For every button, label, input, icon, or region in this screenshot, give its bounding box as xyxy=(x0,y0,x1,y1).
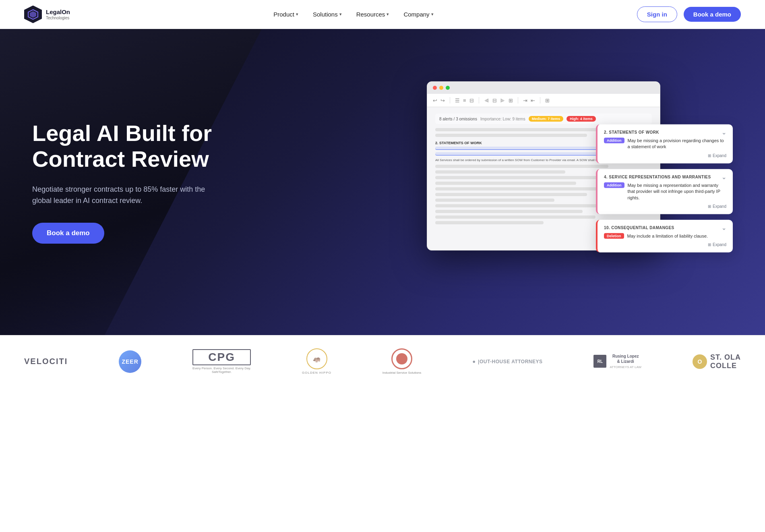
hero-content: Legal AI Built for Contract Review Negot… xyxy=(0,120,225,244)
book-demo-button-hero[interactable]: Book a demo xyxy=(32,223,104,244)
rusing-block: RL Rusing Lopez& LizardiATTORNEYS AT LAW xyxy=(593,354,641,369)
book-demo-button-nav[interactable]: Book a demo xyxy=(684,7,741,22)
mock-line xyxy=(435,182,576,185)
expand-button-2[interactable]: ⊞ Expand xyxy=(708,204,726,209)
card-text-1: May be missing a provision regarding cha… xyxy=(628,138,727,150)
logo-cpg: CPG Every Person. Every Second. Every Da… xyxy=(192,349,251,374)
medium-badge: Medium: 7 items xyxy=(529,116,564,122)
card-body-1: Addition May be missing a provision rega… xyxy=(604,138,726,150)
addition-badge-2: Addition xyxy=(604,182,624,188)
mock-line xyxy=(435,193,587,196)
chevron-icon[interactable]: ⌄ xyxy=(722,225,726,231)
cpg-text: CPG xyxy=(192,349,251,365)
logo-rusing: RL Rusing Lopez& LizardiATTORNEYS AT LAW xyxy=(593,354,641,369)
nav-solutions[interactable]: Solutions ▾ xyxy=(313,11,342,18)
high-badge: High: 4 items xyxy=(567,116,596,122)
logos-strip: VELOCITI ZEER CPG Every Person. Every Se… xyxy=(0,335,765,387)
cpg-block: CPG Every Person. Every Second. Every Da… xyxy=(192,349,251,374)
mock-line xyxy=(435,221,544,224)
format-icon-3[interactable]: ⊟ xyxy=(469,97,474,104)
card-footer-2: ⊞ Expand xyxy=(604,204,726,209)
golden-hippo-block: 🦛 GOLDEN HIPPO xyxy=(302,348,331,375)
align-center-icon[interactable]: ⊟ xyxy=(492,97,497,104)
navbar-actions: Sign in Book a demo xyxy=(637,6,741,22)
chevron-icon[interactable]: ⌄ xyxy=(722,174,726,180)
card-body-3: Deletion May include a limitation of lia… xyxy=(604,233,726,239)
format-icon-2[interactable]: ≡ xyxy=(463,97,466,104)
align-left-icon[interactable]: ⫷ xyxy=(484,97,489,104)
hippo-icon: 🦛 xyxy=(313,355,321,363)
close-dot xyxy=(433,86,437,90)
align-justify-icon[interactable]: ⊞ xyxy=(509,97,513,104)
outhouse-separator: ● xyxy=(472,358,476,364)
expand-icon: ⊞ xyxy=(708,242,711,247)
toolbar-divider-3 xyxy=(518,97,518,104)
rusing-initials: RL xyxy=(598,359,603,364)
logo-icon xyxy=(24,6,42,23)
signin-button[interactable]: Sign in xyxy=(637,6,677,22)
logo-st-olaf: O ST. OLACOLLE xyxy=(693,353,741,370)
titlebar xyxy=(427,82,660,94)
iss-text: Industrial Service Solutions xyxy=(382,371,422,375)
outdent-icon[interactable]: ⇤ xyxy=(531,97,535,104)
minimize-dot xyxy=(439,86,443,90)
logo-text: LegalOn Technologies xyxy=(46,8,70,20)
mock-line xyxy=(435,165,608,168)
addition-badge-1: Addition xyxy=(604,138,624,143)
format-icon-1[interactable]: ☰ xyxy=(455,97,460,104)
chevron-icon[interactable]: ⌄ xyxy=(722,129,726,136)
rusing-text: Rusing Lopez& LizardiATTORNEYS AT LAW xyxy=(610,354,641,369)
highlighted-line xyxy=(435,152,619,155)
toolbar-divider-4 xyxy=(540,97,540,104)
nav-company[interactable]: Company ▾ xyxy=(403,11,433,18)
card-section-title-1: 2. STATEMENTS OF WORK ⌄ xyxy=(604,130,726,135)
mock-line xyxy=(435,176,598,179)
expand-icon: ⊞ xyxy=(708,204,711,209)
mock-line xyxy=(435,210,583,213)
toolbar-divider-2 xyxy=(479,97,479,104)
table-icon[interactable]: ⊞ xyxy=(545,97,550,104)
expand-button-1[interactable]: ⊞ Expand xyxy=(708,153,726,158)
svg-marker-1 xyxy=(30,11,36,18)
card-footer-3: ⊞ Expand xyxy=(604,242,726,247)
logo[interactable]: LegalOn Technologies xyxy=(24,6,70,23)
logo-golden-hippo: 🦛 GOLDEN HIPPO xyxy=(302,348,331,375)
rusing-badge: RL xyxy=(593,355,606,368)
align-right-icon[interactable]: ⫸ xyxy=(500,97,505,104)
iss-block: Industrial Service Solutions xyxy=(382,348,422,375)
redo-icon[interactable]: ↪ xyxy=(440,97,445,104)
logo-iss: Industrial Service Solutions xyxy=(382,348,422,375)
card-body-2: Addition May be missing a representation… xyxy=(604,182,726,201)
main-nav: Product ▾ Solutions ▾ Resources ▾ Compan… xyxy=(273,11,433,18)
card-footer-1: ⊞ Expand xyxy=(604,153,726,158)
mock-line xyxy=(435,215,595,219)
importance-label: Importance: Low: 9 items xyxy=(480,117,525,121)
st-olaf-circle: O xyxy=(693,354,707,369)
st-olaf-text: ST. OLACOLLE xyxy=(710,353,741,370)
out-house-block: ● |OUT-HOUSE ATTORNEYS xyxy=(472,358,542,364)
card-text-2: May be missing a representation and warr… xyxy=(628,182,727,201)
card-section-title-2: 4. SERVICE REPRESENTATIONS AND WARRANTIE… xyxy=(604,175,726,179)
undo-icon[interactable]: ↩ xyxy=(433,97,437,104)
cpg-sub: Every Person. Every Second. Every Day.Sa… xyxy=(192,366,251,374)
out-house-text: |OUT-HOUSE ATTORNEYS xyxy=(478,359,542,364)
review-card-1: 2. STATEMENTS OF WORK ⌄ Addition May be … xyxy=(596,124,733,164)
hero-title: Legal AI Built for Contract Review xyxy=(32,120,225,172)
review-card-3: 10. CONSEQUENTIAL DAMANGES ⌄ Deletion Ma… xyxy=(596,220,733,253)
mock-line xyxy=(435,199,554,202)
golden-hippo-circle: 🦛 xyxy=(306,348,327,369)
review-cards: 2. STATEMENTS OF WORK ⌄ Addition May be … xyxy=(596,124,733,253)
iss-circle xyxy=(391,348,412,369)
expand-icon: ⊞ xyxy=(708,153,711,158)
navbar: LegalOn Technologies Product ▾ Solutions… xyxy=(0,0,765,29)
mock-line xyxy=(435,204,613,207)
nav-product[interactable]: Product ▾ xyxy=(273,11,298,18)
editor-toolbar: ↩ ↪ ☰ ≡ ⊟ ⫷ ⊟ ⫸ ⊞ ⇥ ⇤ ⊞ xyxy=(427,94,660,107)
indent-icon[interactable]: ⇥ xyxy=(523,97,527,104)
st-olaf-block: O ST. OLACOLLE xyxy=(693,353,741,370)
expand-button-3[interactable]: ⊞ Expand xyxy=(708,242,726,247)
hero-section: Legal AI Built for Contract Review Negot… xyxy=(0,29,765,335)
st-olaf-o: O xyxy=(697,358,702,365)
nav-resources[interactable]: Resources ▾ xyxy=(356,11,389,18)
mock-line xyxy=(435,134,587,137)
